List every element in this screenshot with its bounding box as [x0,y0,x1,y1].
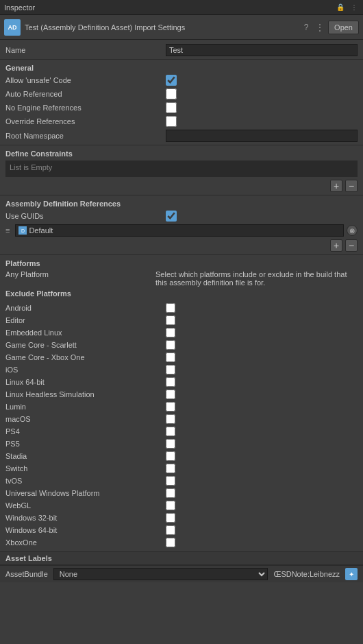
platform-checkbox-14[interactable] [166,476,175,486]
platform-name-13: Switch [5,464,166,473]
platform-row: iOS [0,363,363,376]
allow-unsafe-checkbox[interactable] [166,75,177,86]
platform-checkbox-4[interactable] [166,353,175,362]
use-guids-label: Use GUIDs [5,212,166,220]
ref-prefix-label: ≡ [5,226,10,235]
root-namespace-row: Root Namespace [0,128,363,143]
platform-checkbox-8[interactable] [166,402,175,412]
platform-name-14: tvOS [5,477,166,485]
ref-name: Default [29,226,53,235]
no-engine-refs-checkbox[interactable] [166,102,177,113]
platform-checkbox-16[interactable] [166,501,175,510]
platform-name-11: PS5 [5,440,166,448]
platform-checkbox-0[interactable] [166,303,175,313]
constraints-empty-text: List is Empty [10,163,52,171]
platform-checkbox-19[interactable] [166,538,175,547]
platform-checkbox-13[interactable] [166,464,175,473]
platform-row: Lumin [0,401,363,413]
platform-name-17: Windows 32-bit [5,514,166,522]
platform-row: Windows 32-bit [0,512,363,524]
platform-row: Universal Windows Platform [0,487,363,499]
override-refs-checkbox[interactable] [166,116,177,127]
platform-name-8: Lumin [5,403,166,411]
name-label: Name [5,46,166,54]
ref-field-default[interactable]: D Default [15,224,344,237]
platform-checkbox-18[interactable] [166,525,175,535]
platform-name-9: macOS [5,415,166,423]
platform-name-7: Linux Headless Simulation [5,390,166,398]
bottom-icon: ✦ [345,568,358,580]
platform-checkbox-7[interactable] [166,390,175,399]
asset-bundle-label: AssetBundle [5,570,48,578]
bottom-bar: AssetBundle None ŒSDNote:Leibnezz ✦ [0,565,363,582]
platform-row: Android [0,302,363,314]
no-engine-refs-row: No Engine References [0,101,363,115]
open-button[interactable]: Open [328,21,359,34]
platform-checkbox-9[interactable] [166,414,175,424]
platform-name-2: Embedded Linux [5,329,166,337]
platform-name-12: Stadia [5,452,166,460]
asset-bundle-select[interactable]: None [53,568,268,580]
title-bar: Inspector 🔒 ⋮ [0,0,363,15]
platform-row: WebGL [0,499,363,512]
exclude-platforms-label: Exclude Platforms [5,289,358,300]
platform-checkbox-6[interactable] [166,377,175,387]
platform-checkbox-3[interactable] [166,340,175,350]
asset-icon: AD [4,19,21,36]
platform-name-3: Game Core - Scarlett [5,341,166,349]
use-guids-checkbox[interactable] [166,211,177,222]
platform-name-4: Game Core - Xbox One [5,353,166,361]
name-input[interactable] [166,44,358,56]
no-engine-refs-label: No Engine References [5,104,166,112]
general-section-header: General [0,61,363,73]
platform-checkbox-11[interactable] [166,439,175,449]
platform-row: Windows 64-bit [0,524,363,536]
platform-row: XboxOne [0,536,363,549]
override-refs-label: Override References [5,117,166,126]
constraints-remove-button[interactable]: − [345,180,358,192]
platform-row: Embedded Linux [0,326,363,339]
platform-checkbox-1[interactable] [166,315,175,325]
platform-name-6: Linux 64-bit [5,378,166,386]
platform-checkbox-10[interactable] [166,427,175,436]
platform-row: Editor [0,314,363,326]
root-namespace-input[interactable] [166,130,358,142]
platform-checkbox-5[interactable] [166,365,175,374]
refs-add-button[interactable]: + [330,239,342,252]
platform-list: Android Editor Embedded Linux Game Core … [0,302,363,549]
ref-delete-button[interactable]: ⊗ [347,225,358,236]
platform-checkbox-2[interactable] [166,328,175,337]
asset-labels-bar: Asset Labels [0,551,363,565]
platform-name-18: Windows 64-bit [5,526,166,534]
platforms-section-header: Platforms [0,257,363,269]
platform-row: PS4 [0,425,363,438]
bottom-right-label: ŒSDNote:Leibnezz [273,570,340,578]
constraints-actions: + − [0,178,363,193]
platform-checkbox-17[interactable] [166,513,175,523]
menu-icon[interactable]: ⋮ [349,3,359,12]
auto-referenced-row: Auto Referenced [0,87,363,101]
platform-checkbox-12[interactable] [166,451,175,461]
platforms-description: Select which platforms include or exclud… [155,270,358,287]
ref-obj-icon: D [18,226,27,235]
platform-name-5: iOS [5,366,166,374]
constraints-add-button[interactable]: + [330,180,342,192]
help-icon[interactable]: ? [301,22,312,33]
platform-row: macOS [0,413,363,425]
header-menu-icon[interactable]: ⋮ [314,22,325,33]
lock-icon[interactable]: 🔒 [336,3,345,12]
use-guids-row: Use GUIDs [0,209,363,223]
ref-row-default: ≡ D Default ⊗ [0,223,363,238]
platform-name-19: XboxOne [5,538,166,547]
platform-name-15: Universal Windows Platform [5,489,166,497]
name-field-row: Name [0,43,363,58]
platform-checkbox-15[interactable] [166,488,175,498]
assembly-refs-header: Assembly Definition References [0,197,363,209]
allow-unsafe-label: Allow 'unsafe' Code [5,76,166,84]
auto-referenced-checkbox[interactable] [166,88,177,99]
platform-row: Linux 64-bit [0,376,363,388]
refs-remove-button[interactable]: − [345,239,358,252]
platform-name-16: WebGL [5,501,166,510]
platforms-header-row: Any Platform Select which platforms incl… [0,269,363,288]
any-platform-label: Any Platform [5,270,155,287]
